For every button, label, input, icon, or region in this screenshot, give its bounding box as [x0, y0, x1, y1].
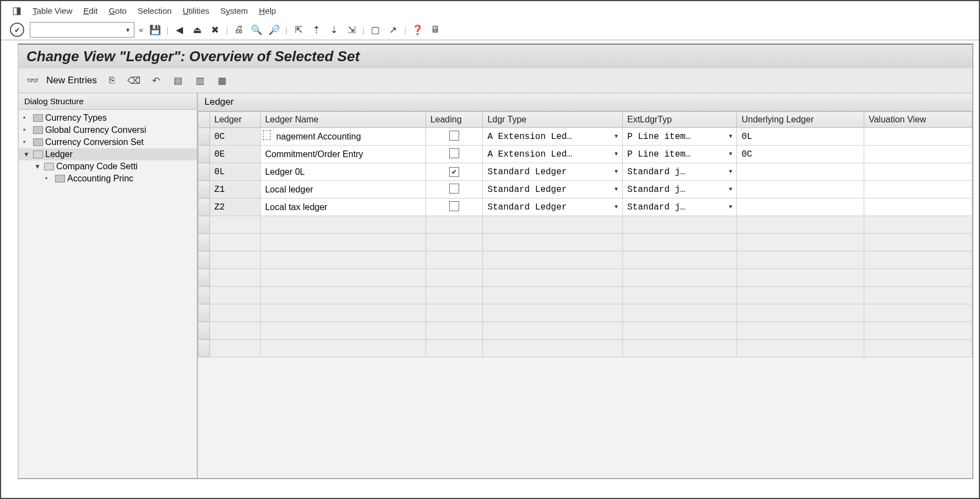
row-selector[interactable] [198, 198, 210, 216]
expand-icon[interactable]: ▼ [34, 163, 42, 170]
enter-button[interactable] [10, 23, 24, 37]
tree-node-ledger[interactable]: ▼Ledger [19, 148, 197, 160]
row-selector[interactable] [198, 181, 210, 198]
first-page-icon[interactable]: ⇱ [291, 23, 306, 37]
select-all-icon[interactable]: ▤ [171, 74, 185, 87]
print-icon[interactable]: 🖨 [231, 23, 247, 37]
tree-node-currency-conversion-set[interactable]: •Currency Conversion Set [19, 136, 197, 148]
row-selector[interactable] [198, 322, 210, 340]
cell-empty [737, 287, 864, 304]
ldgr-type-dropdown[interactable]: Standard Ledger▼ [487, 167, 618, 177]
cell-ledger-name[interactable]: Ledger 0L [260, 163, 426, 181]
row-selector[interactable] [198, 163, 210, 181]
ldgr-type-dropdown[interactable]: A Extension Led…▼ [487, 132, 618, 142]
row-selector[interactable] [198, 146, 210, 163]
cell-underlying-ledger[interactable]: 0L [737, 128, 864, 146]
row-selector[interactable] [198, 234, 210, 251]
col-ledger[interactable]: Ledger [209, 112, 260, 128]
find-next-icon[interactable]: 🔎 [267, 23, 282, 37]
new-session-icon[interactable]: ▢ [368, 23, 383, 37]
exit-icon[interactable]: ⏏ [190, 23, 205, 37]
last-page-icon[interactable]: ⇲ [344, 23, 359, 37]
cell-valuation-view[interactable] [864, 146, 972, 163]
cell-ledger-code[interactable]: 0E [209, 146, 260, 163]
row-selector[interactable] [198, 340, 210, 357]
next-page-icon[interactable]: ⇣ [326, 23, 342, 37]
save-icon[interactable]: 💾 [148, 23, 163, 37]
shortcut-icon[interactable]: ↗ [385, 23, 401, 37]
ldgr-type-dropdown[interactable]: A Extension Led…▼ [487, 149, 618, 159]
back-icon[interactable]: ◀ [172, 23, 187, 37]
menu-selection[interactable]: Selection [138, 6, 172, 15]
leading-checkbox[interactable] [449, 148, 459, 158]
cell-ledger-name[interactable]: Local tax ledger [260, 198, 426, 216]
leading-checkbox[interactable] [449, 167, 459, 177]
col-ledger-name[interactable]: Ledger Name [260, 112, 426, 128]
ext-ldgr-type-dropdown[interactable]: Standard j…▼ [627, 167, 732, 177]
cell-ledger-code[interactable]: 0L [209, 163, 260, 181]
row-selector[interactable] [198, 269, 210, 287]
select-block-icon[interactable]: ▥ [193, 74, 207, 87]
menu-system[interactable]: System [220, 6, 248, 15]
leading-checkbox[interactable] [449, 201, 459, 211]
command-field[interactable] [30, 22, 134, 37]
tree-node-company-code-setti[interactable]: ▼Company Code Setti [19, 160, 197, 173]
ext-ldgr-type-dropdown[interactable]: Standard j…▼ [627, 185, 732, 195]
menu-utilities[interactable]: Utilities [182, 6, 209, 15]
ldgr-type-dropdown[interactable]: Standard Ledger▼ [487, 202, 618, 212]
cell-ledger-code[interactable]: Z2 [209, 198, 260, 216]
cell-ledger-code[interactable]: Z1 [209, 181, 260, 198]
prev-page-icon[interactable]: ⇡ [309, 23, 324, 37]
cell-underlying-ledger[interactable] [737, 163, 864, 181]
col-leading[interactable]: Leading [426, 112, 483, 128]
row-selector[interactable] [198, 216, 210, 234]
new-entries-button[interactable]: New Entries [46, 75, 97, 86]
cell-underlying-ledger[interactable] [737, 181, 864, 198]
cell-underlying-ledger[interactable]: 0C [737, 146, 864, 163]
ext-ldgr-type-dropdown[interactable]: P Line item…▼ [627, 149, 732, 159]
cell-valuation-view[interactable] [864, 163, 972, 181]
undo-icon[interactable]: ↶ [149, 74, 163, 87]
layout-icon[interactable]: 🖥 [427, 23, 443, 37]
deselect-icon[interactable]: ▦ [215, 74, 229, 87]
cell-valuation-view[interactable] [864, 128, 972, 146]
cell-ledger-name[interactable]: nagement Accounting [260, 128, 426, 146]
cell-ledger-code[interactable]: 0C [209, 128, 260, 146]
cell-ledger-name[interactable]: Local ledger [260, 181, 426, 198]
row-selector[interactable] [198, 304, 210, 322]
cell-valuation-view[interactable] [864, 181, 972, 198]
expand-icon[interactable]: ▼ [23, 151, 31, 158]
ext-ldgr-type-dropdown[interactable]: Standard j…▼ [627, 202, 732, 212]
col-extldgrtyp[interactable]: ExtLdgrTyp [622, 112, 736, 128]
display-change-icon[interactable]: 👓 [26, 74, 39, 87]
table-row: Z1Local ledgerStandard Ledger▼Standard j… [198, 181, 972, 198]
ldgr-type-dropdown[interactable]: Standard Ledger▼ [487, 185, 618, 195]
ext-ldgr-type-dropdown[interactable]: P Line item…▼ [627, 132, 732, 142]
tree-node-accounting-princ[interactable]: •Accounting Princ [19, 173, 197, 185]
menu-goto[interactable]: Goto [109, 6, 127, 15]
col-valuation-view[interactable]: Valuation View [864, 112, 972, 128]
row-selector[interactable] [198, 287, 210, 304]
cell-ledger-name[interactable]: Commitment/Order Entry [260, 146, 426, 163]
cancel-icon[interactable]: ✖ [207, 23, 223, 37]
menu-table-view[interactable]: Table View [33, 6, 72, 15]
col-ldgr-type[interactable]: Ldgr Type [483, 112, 623, 128]
tree-node-currency-types[interactable]: •Currency Types [19, 112, 197, 124]
cell-valuation-view[interactable] [864, 198, 972, 216]
cell-underlying-ledger[interactable] [737, 198, 864, 216]
find-icon[interactable]: 🔍 [249, 23, 265, 37]
back-double-icon[interactable]: « [137, 25, 146, 34]
menu-help[interactable]: Help [259, 6, 276, 15]
delete-icon[interactable]: ⌫ [127, 74, 141, 87]
help-icon[interactable]: ❓ [410, 23, 425, 37]
leading-checkbox[interactable] [449, 131, 459, 141]
row-selector[interactable] [198, 128, 210, 146]
cell-ext-ldgr-type: Standard j…▼ [622, 181, 736, 198]
leading-checkbox[interactable] [449, 184, 459, 194]
row-selector[interactable] [198, 251, 210, 269]
menu-edit[interactable]: Edit [83, 6, 98, 15]
col-underlying-ledger[interactable]: Underlying Ledger [737, 112, 864, 128]
app-menu-icon[interactable]: ◧ [12, 4, 21, 17]
tree-node-global-currency-conversi[interactable]: •Global Currency Conversi [19, 124, 197, 136]
copy-icon[interactable]: ⎘ [105, 74, 119, 87]
